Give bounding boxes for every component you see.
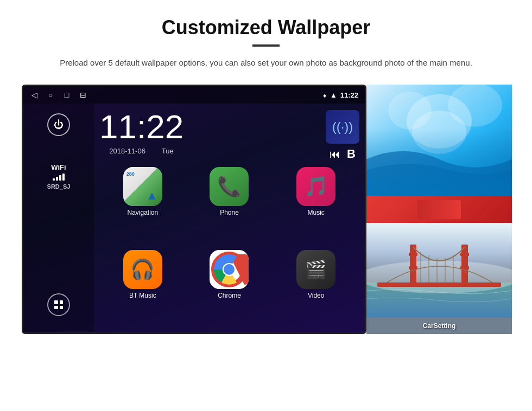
- page-title: Customized Wallpaper: [162, 16, 371, 39]
- app-video[interactable]: 🎬 Video: [275, 250, 357, 327]
- clock-music-row: 11:22 2018-11-06 Tue ((·)) ⏮ B: [94, 104, 365, 162]
- app-phone[interactable]: 📞 Phone: [189, 167, 270, 245]
- status-time: 11:22: [340, 91, 358, 99]
- device-wrapper: ◁ ○ □ ⊟ ⬧ ▲ 11:22 ⏻ WiFi: [22, 85, 510, 334]
- apps-grid-icon: [54, 300, 63, 309]
- center-content: 11:22 2018-11-06 Tue ((·)) ⏮ B: [94, 104, 365, 332]
- power-icon: ⏻: [54, 119, 64, 131]
- svg-point-11: [366, 261, 512, 293]
- bt-music-label: BT Music: [129, 292, 156, 299]
- bt-music-icon: 🎧: [123, 250, 162, 289]
- clock-date-row: 2018-11-06 Tue: [109, 147, 173, 155]
- title-divider: [252, 44, 280, 47]
- back-nav-icon[interactable]: ◁: [30, 91, 39, 99]
- clapper-symbol: 🎬: [305, 259, 327, 280]
- wifi-info: WiFi SRD_SJ: [47, 163, 71, 190]
- wifi-label: WiFi: [51, 163, 66, 171]
- wifi-icon: ▲: [330, 91, 337, 99]
- svg-rect-16: [460, 253, 469, 256]
- music-title-initial: B: [347, 147, 356, 161]
- bridge-svg: [366, 223, 512, 318]
- chrome-icon: [210, 250, 249, 289]
- apps-grid: 280 ▲ Navigation 📞 Phone: [94, 162, 365, 332]
- wallpaper-panels: CarSetting: [366, 85, 512, 334]
- music-widget-icon[interactable]: ((·)): [326, 110, 359, 144]
- phone-symbol: 📞: [217, 175, 242, 198]
- wallpaper-top[interactable]: [366, 85, 512, 196]
- app-navigation[interactable]: 280 ▲ Navigation: [102, 167, 183, 245]
- video-icon: 🎬: [296, 250, 335, 289]
- music-icon: 🎵: [296, 167, 335, 206]
- app-music[interactable]: 🎵 Music: [275, 167, 357, 245]
- music-label: Music: [307, 209, 324, 216]
- app-bt-music[interactable]: 🎧 BT Music: [102, 250, 183, 327]
- main-area: ⏻ WiFi SRD_SJ: [23, 104, 365, 332]
- clock-display: 11:22: [99, 110, 183, 144]
- clock-section: 11:22 2018-11-06 Tue: [99, 110, 183, 162]
- power-button[interactable]: ⏻: [47, 113, 70, 136]
- svg-point-8: [412, 111, 466, 154]
- cast-icon: ((·)): [332, 119, 353, 134]
- navigation-icon-inner: 280 ▲: [123, 167, 162, 206]
- app-chrome[interactable]: Chrome: [189, 250, 270, 327]
- thumb-decoration: [417, 200, 461, 219]
- video-label: Video: [308, 292, 324, 299]
- phone-icon: 📞: [210, 167, 249, 206]
- wallpaper-bottom[interactable]: CarSetting: [366, 223, 512, 334]
- status-bar-right: ⬧ ▲ 11:22: [322, 91, 358, 99]
- svg-rect-13: [461, 245, 468, 285]
- ice-cave-svg: [366, 85, 512, 196]
- bridge-scene: CarSetting: [366, 223, 512, 334]
- wifi-bar-1: [53, 178, 55, 181]
- road-number: 280: [126, 171, 135, 177]
- android-screen: ◁ ○ □ ⊟ ⬧ ▲ 11:22 ⏻ WiFi: [22, 85, 366, 334]
- apps-drawer-button[interactable]: [47, 293, 70, 316]
- phone-label: Phone: [220, 209, 239, 216]
- clock-date: 2018-11-06: [109, 147, 145, 155]
- svg-point-3: [224, 264, 235, 275]
- wallpaper-middle-thumb[interactable]: [366, 196, 512, 222]
- sidebar: ⏻ WiFi SRD_SJ: [23, 104, 94, 332]
- navigation-icon: 280 ▲: [123, 167, 162, 206]
- chrome-svg: [210, 250, 249, 289]
- wifi-bars: [53, 173, 65, 181]
- home-nav-icon[interactable]: ○: [46, 91, 55, 99]
- prev-track-icon[interactable]: ⏮: [330, 148, 340, 160]
- screenshot-nav-icon[interactable]: ⊟: [79, 91, 87, 99]
- status-bar: ◁ ○ □ ⊟ ⬧ ▲ 11:22: [23, 86, 365, 104]
- bluetooth-symbol: 🎧: [130, 258, 155, 281]
- music-widget-area: ((·)) ⏮ B: [326, 110, 359, 161]
- music-symbol: 🎵: [304, 175, 328, 198]
- status-bar-left: ◁ ○ □ ⊟: [30, 91, 87, 99]
- clock-day: Tue: [162, 147, 174, 155]
- navigation-label: Navigation: [127, 209, 158, 216]
- wifi-network: SRD_SJ: [47, 183, 71, 190]
- music-controls: ⏮ B: [330, 147, 356, 161]
- location-icon: ⬧: [322, 91, 327, 99]
- svg-rect-23: [377, 282, 501, 287]
- wifi-bar-4: [62, 174, 65, 181]
- compass-icon: ▲: [146, 189, 158, 203]
- svg-rect-14: [409, 253, 417, 256]
- page-subtitle: Preload over 5 default wallpaper options…: [60, 56, 472, 69]
- recent-nav-icon[interactable]: □: [62, 91, 71, 99]
- svg-rect-12: [410, 245, 416, 285]
- wifi-bar-2: [56, 177, 58, 181]
- car-setting-label: CarSetting: [423, 322, 456, 330]
- ice-cave-image: [366, 85, 512, 196]
- wifi-bar-3: [59, 175, 61, 181]
- chrome-label: Chrome: [218, 292, 241, 299]
